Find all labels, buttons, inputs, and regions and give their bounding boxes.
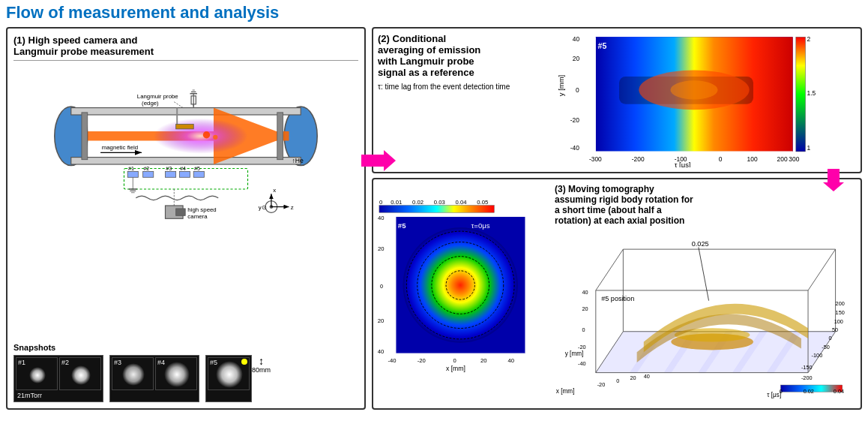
svg-text:100: 100 [747, 155, 758, 163]
svg-text:-200: -200 [801, 374, 813, 381]
svg-rect-33 [193, 171, 204, 177]
svg-text:150: 150 [836, 309, 845, 316]
svg-text:-300: -300 [589, 155, 602, 163]
page-title: Flow of measurement and analysis [6, 3, 862, 23]
svg-line-127 [699, 247, 709, 300]
svg-rect-3 [71, 158, 301, 164]
3d-chart-container: 0.025 #5 position y [mm] 40 20 0 [555, 232, 856, 404]
svg-text:magnetic field: magnetic field [102, 144, 138, 151]
svg-text:-40: -40 [388, 357, 396, 364]
svg-text:40: 40 [573, 35, 580, 43]
svg-text:z: z [291, 204, 294, 211]
arrow-down [822, 169, 846, 191]
svg-text:100: 100 [834, 318, 843, 325]
svg-text:0.02: 0.02 [804, 388, 814, 395]
svg-text:#2: #2 [143, 166, 149, 171]
top-right-title: (2) Conditional averaging of emission wi… [378, 33, 528, 78]
svg-text:50: 50 [832, 326, 838, 333]
svg-rect-2 [71, 108, 301, 115]
svg-point-6 [154, 119, 248, 154]
svg-marker-119 [596, 249, 836, 290]
svg-text:20: 20 [630, 374, 636, 381]
svg-rect-25 [127, 171, 138, 177]
svg-text:(edge): (edge) [142, 100, 159, 107]
svg-rect-29 [166, 171, 176, 177]
svg-text:0: 0 [576, 86, 579, 94]
left-panel-title: (1) High speed camera and Langmuir probe… [13, 35, 358, 61]
svg-rect-78 [796, 37, 806, 152]
probe-positions: #1 #2 #3 #4 #5 [124, 166, 248, 189]
svg-text:0.05: 0.05 [477, 199, 488, 206]
svg-text:40: 40 [507, 357, 514, 364]
svg-text:40: 40 [378, 215, 385, 221]
svg-text:x: x [273, 187, 276, 194]
top-right-panel: (2) Conditional averaging of emission wi… [372, 27, 862, 173]
svg-text:200: 200 [836, 300, 845, 307]
svg-text:20: 20 [573, 55, 580, 62]
svg-text:↑He: ↑He [292, 157, 304, 164]
snapshot-2: #2 [59, 357, 101, 390]
svg-text:0.03: 0.03 [434, 199, 445, 206]
svg-text:0.025: 0.025 [692, 240, 709, 248]
svg-text:0: 0 [582, 326, 585, 333]
diagram-area: magnetic field Langmuir probe [13, 65, 358, 338]
svg-rect-43 [176, 209, 186, 215]
svg-text:τ=0μs: τ=0μs [471, 221, 490, 230]
svg-text:#3: #3 [166, 166, 172, 171]
svg-point-91 [403, 227, 518, 342]
svg-point-7 [203, 131, 210, 138]
diagram-svg: magnetic field Langmuir probe [13, 65, 358, 230]
arrow-right [361, 149, 396, 173]
svg-text:#1: #1 [128, 166, 134, 171]
svg-rect-27 [143, 171, 154, 177]
svg-text:40: 40 [644, 373, 650, 380]
svg-rect-40 [277, 113, 283, 160]
svg-text:#5: #5 [398, 221, 406, 230]
svg-text:20: 20 [378, 245, 385, 252]
top-right-note: τ: time lag from the event detection tim… [378, 83, 528, 91]
svg-text:-40: -40 [578, 360, 586, 367]
svg-text:40: 40 [582, 289, 588, 296]
svg-text:τ [μs]: τ [μs] [675, 161, 691, 167]
main-layout: (1) High speed camera and Langmuir probe… [6, 27, 862, 410]
svg-rect-41 [82, 113, 88, 160]
svg-text:#5 position: #5 position [601, 295, 634, 302]
svg-text:x [mm]: x [mm] [556, 388, 575, 395]
tomography-3d-svg: 0.025 #5 position y [mm] 40 20 0 [555, 232, 856, 404]
svg-text:20: 20 [480, 357, 487, 364]
svg-text:0: 0 [453, 357, 456, 364]
svg-marker-55 [361, 150, 396, 171]
right-panels: (2) Conditional averaging of emission wi… [372, 27, 862, 410]
svg-text:high speed: high speed [187, 206, 216, 213]
svg-text:0: 0 [616, 377, 619, 384]
svg-text:y⊙: y⊙ [259, 204, 267, 211]
svg-text:Langmuir probe: Langmuir probe [137, 93, 179, 100]
tomography-2d-svg: 0 0.01 0.02 0.03 0.04 0.05 [378, 184, 550, 404]
svg-marker-82 [823, 169, 844, 191]
bottom-right-chart: (3) Moving tomography assuming rigid bod… [555, 184, 856, 404]
page-container: Flow of measurement and analysis (1) Hig… [0, 0, 868, 424]
snapshots-area: Snapshots #1 #2 [13, 343, 358, 402]
svg-text:20: 20 [582, 305, 588, 312]
snapshot-1: #1 [16, 357, 58, 390]
svg-text:-20: -20 [418, 357, 426, 364]
svg-text:0.04: 0.04 [456, 199, 468, 206]
left-panel: (1) High speed camera and Langmuir probe… [6, 27, 366, 410]
svg-rect-31 [179, 171, 190, 177]
emission-chart-svg: 40 20 0 -20 -40 -300 -200 -100 0 100 200… [532, 33, 856, 167]
top-right-chart: 40 20 0 -20 -40 -300 -200 -100 0 100 200… [532, 33, 856, 167]
snapshot-4: #4 [155, 357, 197, 390]
svg-text:-40: -40 [570, 144, 579, 152]
svg-text:-20: -20 [597, 381, 606, 388]
svg-text:-20: -20 [578, 344, 586, 350]
svg-text:x [mm]: x [mm] [446, 365, 465, 372]
svg-text:-40: -40 [378, 348, 384, 355]
bottom-left-chart: 0 0.01 0.02 0.03 0.04 0.05 [378, 184, 550, 404]
svg-text:0.01: 0.01 [391, 199, 402, 206]
svg-text:y [mm]: y [mm] [557, 75, 565, 96]
svg-line-23 [174, 102, 183, 108]
svg-text:y [mm]: y [mm] [565, 350, 584, 357]
svg-text:300: 300 [789, 155, 799, 163]
svg-text:0: 0 [379, 199, 382, 206]
svg-point-60 [670, 80, 717, 99]
